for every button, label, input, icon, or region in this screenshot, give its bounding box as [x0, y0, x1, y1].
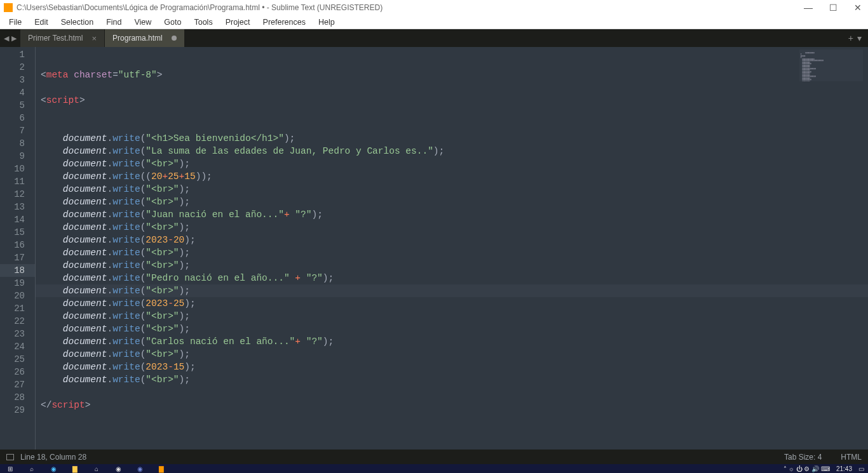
tray-icons[interactable]: ˄ ☼ ⏻ ⚙ 🔊 ⌨	[783, 465, 830, 472]
menu-preferences[interactable]: Preferences	[257, 17, 312, 28]
menu-tools[interactable]: Tools	[187, 17, 219, 28]
tab-primer-test[interactable]: Primer Test.html ×	[20, 29, 105, 47]
windows-taskbar[interactable]: ⊞ ⌕ ◉ ▇ ⌂ ◉ ◉ ▇ ˄ ☼ ⏻ ⚙ 🔊 ⌨ 21:43 ▭	[0, 464, 868, 473]
menu-view[interactable]: View	[128, 17, 158, 28]
app-icon	[4, 3, 13, 12]
code-line[interactable]: document.write("La suma de las edades de…	[36, 145, 868, 157]
line-number: 22	[0, 315, 35, 328]
tab-bar: ◀ ▶ Primer Test.html × Programa.html + ▾	[0, 29, 868, 47]
code-line[interactable]: document.write(2023-25);	[36, 297, 868, 310]
line-number: 21	[0, 302, 35, 315]
code-area[interactable]: <meta charset="utf-8"><script> document.…	[35, 47, 868, 450]
store-icon[interactable]: ⌂	[90, 465, 103, 472]
code-line[interactable]: document.write("Juan nació en el año..."…	[36, 208, 868, 221]
search-icon[interactable]: ⌕	[25, 465, 38, 472]
tab-nav-arrows[interactable]: ◀ ▶	[0, 29, 20, 47]
nav-prev-icon[interactable]: ◀	[4, 34, 9, 43]
code-line[interactable]: document.write("<br>");	[36, 310, 868, 323]
line-number: 14	[0, 213, 35, 226]
menu-find[interactable]: Find	[100, 17, 128, 28]
line-number: 7	[0, 124, 35, 137]
line-number: 6	[0, 112, 35, 124]
editor[interactable]: 1234567891011121314151617181920212223242…	[0, 47, 868, 450]
edge-icon[interactable]: ◉	[47, 465, 60, 472]
line-number: 1	[0, 48, 35, 61]
tab-controls-right: + ▾	[842, 29, 868, 47]
code-line[interactable]	[36, 81, 868, 94]
minimap[interactable]: ████████████████████ ████████████████ ██…	[799, 50, 863, 81]
code-line[interactable]: document.write("<br>");	[36, 196, 868, 208]
code-line[interactable]	[36, 386, 868, 399]
code-line[interactable]: document.write(2023-20);	[36, 234, 868, 246]
sublime-icon[interactable]: ▇	[155, 465, 168, 472]
title-bar: C:\Users\Sebastian\Documents\Lógica de P…	[0, 0, 868, 15]
code-line[interactable]: document.write("<br>");	[36, 284, 868, 297]
nav-next-icon[interactable]: ▶	[11, 34, 17, 43]
discord-icon[interactable]: ◉	[133, 465, 146, 472]
tab-close-icon[interactable]: ×	[92, 34, 97, 43]
explorer-icon[interactable]: ▇	[69, 465, 81, 472]
code-line[interactable]	[36, 411, 868, 424]
line-number: 26	[0, 366, 35, 378]
menu-edit[interactable]: Edit	[28, 17, 55, 28]
line-number: 11	[0, 175, 35, 188]
minimize-button[interactable]: —	[801, 3, 815, 13]
maximize-button[interactable]: ☐	[827, 3, 840, 13]
window-controls: — ☐ ✕	[801, 3, 864, 13]
tab-dropdown-icon[interactable]: ▾	[857, 33, 862, 43]
code-line[interactable]: </script>	[36, 399, 868, 411]
line-number: 10	[0, 163, 35, 175]
code-line[interactable]: <script>	[36, 94, 868, 107]
line-number: 18	[0, 264, 35, 277]
taskbar-clock[interactable]: 21:43	[836, 465, 852, 472]
code-line[interactable]: <meta charset="utf-8">	[36, 69, 868, 81]
code-line[interactable]: document.write("Carlos nació en el año..…	[36, 335, 868, 348]
line-number: 19	[0, 277, 35, 290]
start-button[interactable]: ⊞	[4, 465, 17, 472]
line-number: 2	[0, 61, 35, 74]
code-line[interactable]: document.write("<br>");	[36, 246, 868, 259]
code-line[interactable]: document.write(2023-15);	[36, 361, 868, 373]
chrome-icon[interactable]: ◉	[112, 465, 125, 472]
code-line[interactable]: document.write("<br>");	[36, 373, 868, 386]
code-line[interactable]: document.write("<br>");	[36, 348, 868, 361]
code-line[interactable]: document.write("<br>");	[36, 323, 868, 335]
line-number: 4	[0, 86, 35, 99]
line-number: 24	[0, 340, 35, 353]
line-number: 12	[0, 188, 35, 201]
line-number: 20	[0, 290, 35, 302]
code-line[interactable]: document.write("<br>");	[36, 259, 868, 272]
code-line[interactable]	[36, 119, 868, 132]
line-number-gutter: 1234567891011121314151617181920212223242…	[0, 47, 35, 450]
code-line[interactable]	[36, 424, 868, 437]
code-line[interactable]: document.write("<br>");	[36, 157, 868, 170]
code-line[interactable]: document.write("<br>");	[36, 183, 868, 196]
code-line[interactable]: document.write("<h1>Sea bienvenido</h1>"…	[36, 132, 868, 145]
menu-bar: File Edit Selection Find View Goto Tools…	[0, 15, 868, 29]
menu-goto[interactable]: Goto	[158, 17, 187, 28]
line-number: 15	[0, 226, 35, 239]
code-line[interactable]: document.write("<br>");	[36, 221, 868, 234]
close-button[interactable]: ✕	[851, 3, 864, 13]
line-number: 5	[0, 99, 35, 112]
menu-selection[interactable]: Selection	[55, 17, 100, 28]
line-number: 27	[0, 378, 35, 391]
line-number: 29	[0, 404, 35, 416]
line-number: 28	[0, 391, 35, 404]
new-tab-button[interactable]: +	[848, 33, 853, 43]
tab-label: Primer Test.html	[28, 34, 83, 43]
notification-icon[interactable]: ▭	[858, 465, 864, 472]
menu-help[interactable]: Help	[312, 17, 341, 28]
code-line[interactable]: document.write("Pedro nació en el año...…	[36, 272, 868, 284]
line-number: 17	[0, 251, 35, 264]
tab-label: Programa.html	[112, 34, 163, 43]
menu-file[interactable]: File	[3, 17, 28, 28]
line-number: 9	[0, 150, 35, 163]
code-line[interactable]: document.write((20+25+15));	[36, 170, 868, 183]
menu-project[interactable]: Project	[219, 17, 257, 28]
window-title: C:\Users\Sebastian\Documents\Lógica de P…	[17, 3, 801, 12]
line-number: 13	[0, 201, 35, 213]
code-line[interactable]	[36, 107, 868, 119]
panel-switcher-icon[interactable]	[6, 454, 14, 460]
tab-programa[interactable]: Programa.html	[105, 29, 185, 47]
